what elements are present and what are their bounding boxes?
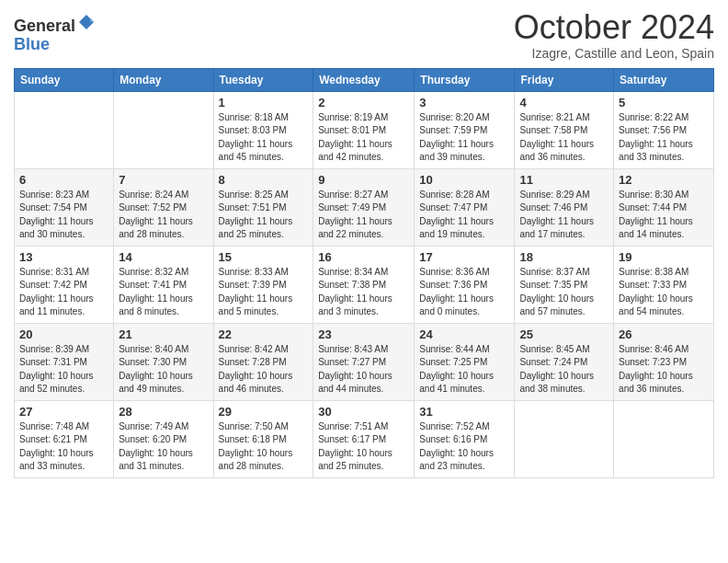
day-info: Sunrise: 8:39 AM Sunset: 7:31 PM Dayligh… — [19, 343, 108, 396]
day-number: 1 — [219, 96, 309, 109]
day-info: Sunrise: 8:33 AM Sunset: 7:39 PM Dayligh… — [219, 266, 309, 319]
day-number: 10 — [419, 173, 509, 187]
day-info: Sunrise: 8:38 AM Sunset: 7:33 PM Dayligh… — [619, 266, 709, 319]
calendar-body: 1Sunrise: 8:18 AM Sunset: 8:03 PM Daylig… — [15, 91, 714, 477]
day-number: 12 — [619, 173, 709, 187]
day-cell: 3Sunrise: 8:20 AM Sunset: 7:59 PM Daylig… — [415, 91, 515, 168]
day-cell: 13Sunrise: 8:31 AM Sunset: 7:42 PM Dayli… — [15, 246, 114, 323]
day-cell: 15Sunrise: 8:33 AM Sunset: 7:39 PM Dayli… — [213, 246, 313, 323]
day-info: Sunrise: 8:19 AM Sunset: 8:01 PM Dayligh… — [318, 111, 409, 165]
day-number: 11 — [519, 173, 609, 187]
day-info: Sunrise: 8:36 AM Sunset: 7:36 PM Dayligh… — [419, 266, 509, 319]
day-cell: 4Sunrise: 8:21 AM Sunset: 7:58 PM Daylig… — [515, 91, 614, 168]
day-info: Sunrise: 8:31 AM Sunset: 7:42 PM Dayligh… — [19, 266, 108, 319]
day-info: Sunrise: 8:45 AM Sunset: 7:24 PM Dayligh… — [519, 343, 609, 396]
day-info: Sunrise: 8:43 AM Sunset: 7:27 PM Dayligh… — [318, 343, 409, 396]
day-cell: 29Sunrise: 7:50 AM Sunset: 6:18 PM Dayli… — [213, 400, 313, 477]
day-number: 18 — [519, 250, 609, 264]
day-info: Sunrise: 8:20 AM Sunset: 7:59 PM Dayligh… — [419, 111, 509, 165]
day-info: Sunrise: 7:50 AM Sunset: 6:18 PM Dayligh… — [219, 420, 309, 474]
day-info: Sunrise: 8:23 AM Sunset: 7:54 PM Dayligh… — [19, 189, 108, 242]
day-info: Sunrise: 7:52 AM Sunset: 6:16 PM Dayligh… — [419, 420, 509, 474]
day-info: Sunrise: 8:40 AM Sunset: 7:30 PM Dayligh… — [119, 343, 208, 396]
weekday-saturday: Saturday — [614, 68, 714, 91]
day-info: Sunrise: 8:27 AM Sunset: 7:49 PM Dayligh… — [318, 189, 409, 242]
weekday-thursday: Thursday — [415, 68, 515, 91]
day-cell — [15, 91, 114, 168]
month-title: October 2024 — [514, 9, 714, 46]
logo-blue-text: Blue — [14, 35, 50, 53]
header: General Blue October 2024 Izagre, Castil… — [14, 9, 714, 61]
day-number: 23 — [318, 327, 409, 341]
day-cell: 19Sunrise: 8:38 AM Sunset: 7:33 PM Dayli… — [614, 246, 714, 323]
day-info: Sunrise: 8:44 AM Sunset: 7:25 PM Dayligh… — [419, 343, 509, 396]
day-cell: 5Sunrise: 8:22 AM Sunset: 7:56 PM Daylig… — [614, 91, 714, 168]
week-row-3: 13Sunrise: 8:31 AM Sunset: 7:42 PM Dayli… — [15, 246, 714, 323]
logo: General Blue — [14, 13, 96, 54]
weekday-tuesday: Tuesday — [213, 68, 313, 91]
day-number: 26 — [619, 327, 709, 341]
day-cell: 30Sunrise: 7:51 AM Sunset: 6:17 PM Dayli… — [313, 400, 415, 477]
day-info: Sunrise: 8:21 AM Sunset: 7:58 PM Dayligh… — [519, 111, 609, 165]
logo-icon — [77, 13, 96, 31]
day-number: 28 — [119, 405, 208, 419]
day-cell: 25Sunrise: 8:45 AM Sunset: 7:24 PM Dayli… — [515, 323, 614, 400]
day-cell: 23Sunrise: 8:43 AM Sunset: 7:27 PM Dayli… — [313, 323, 415, 400]
day-number: 30 — [318, 405, 409, 419]
day-cell — [614, 400, 714, 477]
day-number: 2 — [318, 96, 409, 109]
day-cell: 22Sunrise: 8:42 AM Sunset: 7:28 PM Dayli… — [213, 323, 313, 400]
weekday-wednesday: Wednesday — [313, 68, 415, 91]
day-cell: 28Sunrise: 7:49 AM Sunset: 6:20 PM Dayli… — [114, 400, 213, 477]
day-cell: 7Sunrise: 8:24 AM Sunset: 7:52 PM Daylig… — [114, 168, 213, 246]
week-row-4: 20Sunrise: 8:39 AM Sunset: 7:31 PM Dayli… — [15, 323, 714, 400]
day-number: 3 — [419, 96, 509, 109]
day-cell: 2Sunrise: 8:19 AM Sunset: 8:01 PM Daylig… — [313, 91, 415, 168]
week-row-2: 6Sunrise: 8:23 AM Sunset: 7:54 PM Daylig… — [15, 168, 714, 246]
day-cell: 16Sunrise: 8:34 AM Sunset: 7:38 PM Dayli… — [313, 246, 415, 323]
day-number: 20 — [19, 327, 108, 341]
day-number: 19 — [619, 250, 709, 264]
day-number: 4 — [519, 96, 609, 109]
day-info: Sunrise: 8:34 AM Sunset: 7:38 PM Dayligh… — [318, 266, 409, 319]
day-cell: 1Sunrise: 8:18 AM Sunset: 8:03 PM Daylig… — [213, 91, 313, 168]
day-number: 7 — [119, 173, 208, 187]
day-cell: 9Sunrise: 8:27 AM Sunset: 7:49 PM Daylig… — [313, 168, 415, 246]
day-number: 21 — [119, 327, 208, 341]
logo-general-text: General — [14, 17, 75, 35]
day-info: Sunrise: 8:37 AM Sunset: 7:35 PM Dayligh… — [519, 266, 609, 319]
day-number: 16 — [318, 250, 409, 264]
day-number: 24 — [419, 327, 509, 341]
weekday-sunday: Sunday — [15, 68, 114, 91]
location-subtitle: Izagre, Castille and Leon, Spain — [514, 46, 714, 61]
day-info: Sunrise: 8:25 AM Sunset: 7:51 PM Dayligh… — [219, 189, 309, 242]
day-number: 27 — [19, 405, 108, 419]
day-info: Sunrise: 7:51 AM Sunset: 6:17 PM Dayligh… — [318, 420, 409, 474]
day-cell: 10Sunrise: 8:28 AM Sunset: 7:47 PM Dayli… — [415, 168, 515, 246]
day-number: 22 — [219, 327, 309, 341]
day-cell: 8Sunrise: 8:25 AM Sunset: 7:51 PM Daylig… — [213, 168, 313, 246]
week-row-1: 1Sunrise: 8:18 AM Sunset: 8:03 PM Daylig… — [15, 91, 714, 168]
day-number: 8 — [219, 173, 309, 187]
day-cell: 14Sunrise: 8:32 AM Sunset: 7:41 PM Dayli… — [114, 246, 213, 323]
week-row-5: 27Sunrise: 7:48 AM Sunset: 6:21 PM Dayli… — [15, 400, 714, 477]
day-info: Sunrise: 7:49 AM Sunset: 6:20 PM Dayligh… — [119, 420, 208, 474]
day-number: 25 — [519, 327, 609, 341]
day-info: Sunrise: 8:18 AM Sunset: 8:03 PM Dayligh… — [219, 111, 309, 165]
weekday-friday: Friday — [515, 68, 614, 91]
day-number: 13 — [19, 250, 108, 264]
day-info: Sunrise: 8:42 AM Sunset: 7:28 PM Dayligh… — [219, 343, 309, 396]
day-info: Sunrise: 8:28 AM Sunset: 7:47 PM Dayligh… — [419, 189, 509, 242]
day-cell: 20Sunrise: 8:39 AM Sunset: 7:31 PM Dayli… — [15, 323, 114, 400]
day-number: 6 — [19, 173, 108, 187]
day-cell: 27Sunrise: 7:48 AM Sunset: 6:21 PM Dayli… — [15, 400, 114, 477]
day-cell — [515, 400, 614, 477]
day-number: 29 — [219, 405, 309, 419]
day-cell: 21Sunrise: 8:40 AM Sunset: 7:30 PM Dayli… — [114, 323, 213, 400]
day-info: Sunrise: 8:46 AM Sunset: 7:23 PM Dayligh… — [619, 343, 709, 396]
day-cell: 12Sunrise: 8:30 AM Sunset: 7:44 PM Dayli… — [614, 168, 714, 246]
day-info: Sunrise: 8:32 AM Sunset: 7:41 PM Dayligh… — [119, 266, 208, 319]
day-number: 5 — [619, 96, 709, 109]
day-info: Sunrise: 8:22 AM Sunset: 7:56 PM Dayligh… — [619, 111, 709, 165]
day-cell: 24Sunrise: 8:44 AM Sunset: 7:25 PM Dayli… — [415, 323, 515, 400]
